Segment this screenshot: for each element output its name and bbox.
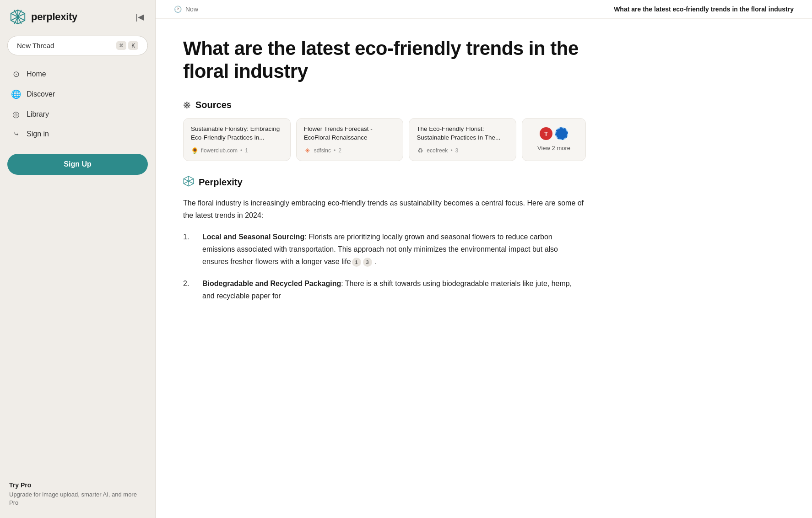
sidebar-item-label: Discover — [27, 90, 55, 98]
citation-1[interactable]: 1 — [352, 258, 361, 267]
clock-icon: 🕐 — [174, 5, 182, 13]
answer-intro: The floral industry is increasingly embr… — [183, 197, 586, 221]
source-meta-1: 🌻 flowerclub.com • 1 — [191, 147, 283, 154]
keyboard-shortcut: ⌘ K — [116, 41, 138, 50]
new-thread-label: New Thread — [17, 42, 54, 49]
try-pro-title: Try Pro — [9, 481, 146, 489]
icon-circle-red: T — [540, 127, 552, 140]
k-key: K — [128, 41, 138, 50]
source-card-1[interactable]: Sustainable Floristry: Embracing Eco-Fri… — [183, 118, 291, 161]
answer-section: Perplexity The floral industry is increa… — [183, 176, 586, 302]
answer-list: 1. Local and Seasonal Sourcing: Florists… — [183, 231, 586, 302]
library-icon: ◎ — [11, 109, 21, 119]
answer-text-1: Local and Seasonal Sourcing: Florists ar… — [202, 231, 586, 268]
source-domain-3: ecofreek — [427, 147, 448, 154]
source-num-1: • — [240, 147, 242, 154]
source-meta-3: ♻ ecofreek • 3 — [417, 147, 509, 154]
source-favicon-3: ♻ — [417, 147, 424, 154]
new-thread-button[interactable]: New Thread ⌘ K — [7, 36, 148, 55]
source-card-2[interactable]: Flower Trends Forecast - EcoFloral Renai… — [296, 118, 404, 161]
sidebar-item-signin[interactable]: ⤷ Sign in — [5, 125, 150, 143]
sidebar-header: perplexity |◀ — [0, 0, 155, 32]
answer-bold-1: Local and Seasonal Sourcing — [202, 233, 304, 241]
view-more-label: View 2 more — [537, 145, 570, 151]
sidebar-item-library[interactable]: ◎ Library — [5, 105, 150, 124]
source-favicon-2: ✳ — [304, 147, 311, 154]
logo-text: perplexity — [31, 11, 77, 23]
top-bar-timestamp-area: 🕐 Now — [174, 5, 198, 13]
sidebar-footer: Try Pro Upgrade for image upload, smarte… — [0, 472, 155, 518]
top-bar-question: What are the latest eco-friendly trends … — [614, 5, 794, 13]
answer-item-1: 1. Local and Seasonal Sourcing: Florists… — [183, 231, 586, 268]
timestamp: Now — [185, 5, 198, 13]
page-title: What are the latest eco-friendly trends … — [183, 37, 586, 83]
source-number-2: 2 — [338, 147, 341, 154]
source-number-1: 1 — [245, 147, 248, 154]
source-title-3: The Eco-Friendly Florist: Sustainable Pr… — [417, 125, 509, 142]
sources-grid: Sustainable Floristry: Embracing Eco-Fri… — [183, 118, 586, 161]
sources-section: ❋ Sources Sustainable Floristry: Embraci… — [183, 100, 586, 161]
sidebar-item-discover[interactable]: 🌐 Discover — [5, 85, 150, 104]
source-title-2: Flower Trends Forecast - EcoFloral Renai… — [304, 125, 396, 142]
sources-icon: ❋ — [183, 100, 191, 111]
cmd-key: ⌘ — [116, 41, 126, 50]
sidebar-item-home[interactable]: ⊙ Home — [5, 65, 150, 84]
home-icon: ⊙ — [11, 69, 21, 79]
try-pro-description: Upgrade for image upload, smarter AI, an… — [9, 491, 146, 507]
answer-header: Perplexity — [183, 176, 586, 189]
signin-icon: ⤷ — [11, 130, 21, 138]
sources-title: Sources — [195, 100, 232, 110]
answer-item-2: 2. Biodegradable and Recycled Packaging:… — [183, 277, 586, 302]
answer-bold-2: Biodegradable and Recycled Packaging — [202, 280, 341, 287]
collapse-icon: |◀ — [135, 12, 144, 22]
top-bar: 🕐 Now What are the latest eco-friendly t… — [156, 0, 812, 19]
content-area: What are the latest eco-friendly trends … — [156, 19, 613, 329]
source-num-2: • — [334, 147, 336, 154]
answer-num-1: 1. — [183, 231, 196, 268]
source-domain-1: flowerclub.com — [201, 147, 238, 154]
answer-text-2: Biodegradable and Recycled Packaging: Th… — [202, 277, 586, 302]
source-title-1: Sustainable Floristry: Embracing Eco-Fri… — [191, 125, 283, 142]
view-more-card[interactable]: T View 2 more — [522, 118, 586, 161]
sidebar-item-label: Sign in — [27, 130, 49, 138]
icon-circle-blue — [555, 127, 568, 140]
source-num-3: • — [450, 147, 452, 154]
citation-3[interactable]: 3 — [363, 258, 372, 267]
answer-num-2: 2. — [183, 277, 196, 302]
logo-area: perplexity — [9, 8, 77, 26]
signup-button[interactable]: Sign Up — [7, 154, 148, 175]
source-card-3[interactable]: The Eco-Friendly Florist: Sustainable Pr… — [409, 118, 516, 161]
view-more-icons: T — [540, 127, 568, 140]
sources-header: ❋ Sources — [183, 100, 586, 111]
source-number-3: 3 — [455, 147, 459, 154]
answer-title: Perplexity — [199, 177, 243, 188]
main-content: 🕐 Now What are the latest eco-friendly t… — [156, 0, 812, 518]
perplexity-logo-icon — [9, 8, 27, 26]
sidebar-item-label: Home — [27, 70, 46, 78]
collapse-sidebar-button[interactable]: |◀ — [134, 10, 146, 24]
sidebar: perplexity |◀ New Thread ⌘ K ⊙ Home 🌐 Di… — [0, 0, 156, 518]
source-domain-2: sdfsinc — [314, 147, 331, 154]
source-meta-2: ✳ sdfsinc • 2 — [304, 147, 396, 154]
sidebar-item-label: Library — [27, 110, 49, 119]
discover-icon: 🌐 — [11, 89, 21, 99]
perplexity-answer-icon — [183, 176, 194, 189]
source-favicon-1: 🌻 — [191, 147, 198, 154]
sidebar-nav: ⊙ Home 🌐 Discover ◎ Library ⤷ Sign in — [0, 63, 155, 145]
